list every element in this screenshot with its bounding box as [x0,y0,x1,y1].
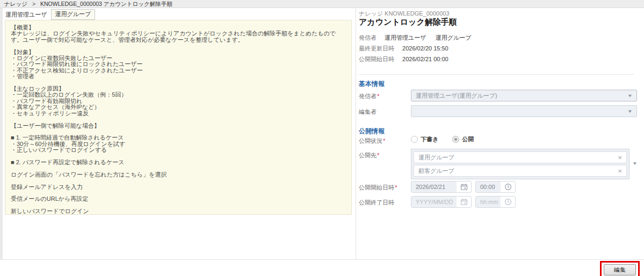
remove-icon[interactable]: × [618,168,622,175]
calendar-icon[interactable] [457,183,471,191]
footer-bar: 編集 [0,259,644,276]
panel-divider [356,8,356,259]
required-mark: * [383,137,385,144]
remove-icon[interactable]: × [618,154,622,161]
required-mark: * [377,152,379,158]
page-title: アカウントロック解除手順 [359,17,457,27]
section-divider [359,74,634,75]
field-start-label: 公開開始日時* [359,184,397,192]
required-mark: * [395,184,397,191]
chevron-down-icon: ▼ [627,93,633,98]
start-time-input[interactable]: 00:00 [475,181,516,193]
field-status-label: 公開状況* [359,137,385,145]
meta-sender-label: 発信者 [359,34,377,41]
start-datetime-row: 2026/02/21 00:00 [411,181,519,193]
article-body: 【概要】 本ナレッジは、ログイン失敗やセキュリティポリシーによりアカウントがロッ… [5,20,352,215]
record-id: ナレッジ KNOWLEDGE_0000003 [359,10,450,18]
start-date-value[interactable]: 2026/02/21 [411,181,457,192]
chevron-down-icon: ▼ [627,109,633,114]
required-mark: * [377,93,379,99]
target-item-label: 運用グループ [418,154,454,162]
end-date-placeholder[interactable]: YYYY/MM/DD [411,197,457,207]
edit-button[interactable]: 編集 [604,264,636,275]
breadcrumb: ナレッジ > KNOWLEDGE_0000003 アカウントロック解除手順 [0,0,644,8]
meta-publish-start-value: 2026/02/21 00:00 [402,56,448,62]
field-sender-label: 発信者* [359,92,379,100]
status-radio-group: 下書き 公開 [411,135,488,143]
section-publish-heading: 公開情報 [359,127,385,136]
meta-publish-start-label: 公開開始日時 [359,56,394,62]
field-editor-label: 編集者 [359,108,377,116]
start-time-value[interactable]: 00:00 [476,181,501,192]
field-targets-label: 公開先* [359,151,379,159]
radio-checked-icon[interactable] [452,136,459,143]
status-option-draft[interactable]: 下書き [411,135,438,143]
target-item-label: 顧客グループ [418,167,454,175]
breadcrumb-root-link[interactable]: ナレッジ [4,1,27,7]
start-date-input[interactable]: 2026/02/21 [411,181,472,193]
record-panel: ナレッジ KNOWLEDGE_0000003 アカウントロック解除手順 発信者 … [359,8,639,259]
end-datetime-row: YYYY/MM/DD hh:mm [411,196,519,208]
meta-updated-value: 2026/02/20 15:50 [402,45,448,52]
end-time-placeholder[interactable]: hh:mm [476,197,501,207]
chevron-down-icon[interactable]: ▼ [632,161,638,166]
article-owner-group-badge: 運用グループ [51,9,96,20]
breadcrumb-separator: > [32,1,35,7]
calendar-icon[interactable] [457,198,471,206]
status-draft-label: 下書き [421,135,438,143]
clock-icon[interactable] [501,198,515,206]
target-item: 運用グループ × [414,151,627,163]
meta-updated-row: 最終更新日時 2026/02/20 15:50 [359,45,448,53]
end-date-input[interactable]: YYYY/MM/DD [411,196,472,208]
targets-multiselect[interactable]: 運用グループ × 顧客グループ × ▼ [411,149,637,179]
article-owner-row: 運用管理ユーザ 運用グループ [5,10,95,19]
meta-sender-user: 運用管理ユーザ [385,34,426,41]
left-gutter [0,8,3,259]
end-time-input[interactable]: hh:mm [475,196,516,208]
status-option-published[interactable]: 公開 [452,135,474,143]
field-end-label: 公開終了日時 [359,199,394,207]
article-owner-user: 運用管理ユーザ [5,11,47,19]
sender-select-value: 運用管理ユーザ(運用グループ) [416,92,497,100]
meta-updated-label: 最終更新日時 [359,45,394,52]
meta-sender-group: 運用グループ [436,34,472,41]
targets-container: 運用グループ × 顧客グループ × [411,149,629,179]
radio-unchecked-icon[interactable] [411,136,418,143]
meta-sender-row: 発信者 運用管理ユーザ 運用グループ [359,34,471,42]
breadcrumb-current: KNOWLEDGE_0000003 アカウントロック解除手順 [40,1,172,7]
annotation-highlight: 編集 [600,261,640,276]
section-basic-heading: 基本情報 [359,79,385,89]
status-published-label: 公開 [462,135,474,143]
sender-select[interactable]: 運用管理ユーザ(運用グループ) ▼ [411,90,637,101]
knowledge-detail-screen: ナレッジ > KNOWLEDGE_0000003 アカウントロック解除手順 運用… [0,0,644,276]
target-item: 顧客グループ × [414,165,627,177]
clock-icon[interactable] [501,183,515,191]
editor-select[interactable]: ▼ [411,105,637,117]
meta-publish-start-row: 公開開始日時 2026/02/21 00:00 [359,55,448,63]
